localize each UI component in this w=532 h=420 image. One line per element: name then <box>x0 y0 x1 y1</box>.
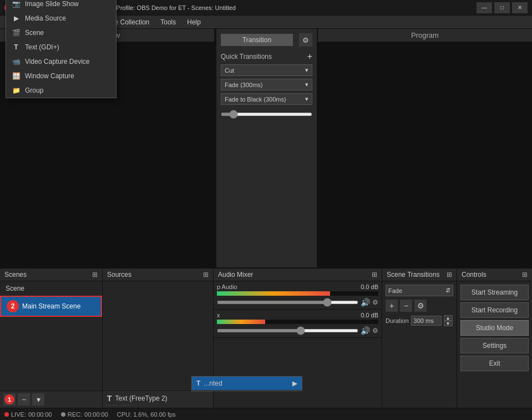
scenes-down-button[interactable]: ▾ <box>32 393 44 406</box>
window-capture-label: Window Capture <box>25 72 74 80</box>
menu-window-capture[interactable]: 🪟 Window Capture <box>6 69 116 83</box>
start-streaming-button[interactable]: Start Streaming <box>460 285 529 300</box>
settings-button[interactable]: Settings <box>460 338 529 353</box>
live-dot <box>4 412 9 417</box>
audio-mixer-panel-header: Audio Mixer ⊞ <box>214 269 382 281</box>
audio-channel-1-db: 0.0 dB <box>361 284 378 290</box>
rec-status: REC: 00:00:00 <box>61 411 108 418</box>
start-recording-button[interactable]: Start Recording <box>460 302 529 318</box>
minimize-button[interactable]: — <box>477 2 492 13</box>
audio-settings-2[interactable]: ⚙ <box>372 327 378 335</box>
sources-panel-icon[interactable]: ⊞ <box>203 271 209 279</box>
audio-mixer-panel-icon[interactable]: ⊞ <box>372 271 377 279</box>
menu-media-source[interactable]: ▶ Media Source <box>6 11 116 26</box>
transition-gear-button[interactable]: ⚙ <box>299 33 312 47</box>
video-capture-label: Video Capture Device <box>25 58 90 65</box>
audio-slider-1[interactable] <box>217 301 358 304</box>
rec-label: REC: <box>68 411 82 418</box>
bottom-panel: Scenes ⊞ Scene 2 Main Stream Scene 1 <box>0 267 532 408</box>
preview-canvas: 4 🎤 Audio Input Capture 🔊 Audio Output C… <box>0 42 214 267</box>
scenes-add-button[interactable]: 1 <box>3 393 16 406</box>
audio-controls-1: 🔊 ⚙ <box>217 298 378 307</box>
sources-list <box>103 281 213 391</box>
audio-mixer-title: Audio Mixer <box>218 271 253 279</box>
media-source-label: Media Source <box>25 14 66 22</box>
duration-input[interactable] <box>411 316 442 326</box>
audio-channel-2-db: 0.0 dB <box>361 312 378 318</box>
scene-transitions-buttons: + − ⚙ <box>386 300 453 312</box>
menu-text-gdi[interactable]: T Text (GDI+) <box>6 40 116 54</box>
menu-scene[interactable]: 🎬 Scene <box>6 26 116 40</box>
submenu-nted-item[interactable]: T ...nted ▶ <box>192 377 302 391</box>
transition-type-dropdown[interactable]: Fade ⇵ <box>386 285 453 296</box>
scene-item-main-stream-label: Main Stream Scene <box>22 302 80 310</box>
scenes-remove-button[interactable]: − <box>18 393 30 406</box>
audio-slider-2[interactable] <box>217 329 358 332</box>
controls-panel-icon[interactable]: ⊞ <box>522 271 528 279</box>
scenes-add-icon: 1 <box>4 394 14 404</box>
fade-black-dropdown[interactable]: Fade to Black (300ms) ▾ <box>221 93 312 105</box>
cut-label: Cut <box>225 67 234 74</box>
transition-column: Transition ⚙ Quick Transitions + Cut ▾ F… <box>215 29 318 267</box>
badge-1: 1 <box>4 394 14 404</box>
program-label: Program <box>318 29 532 42</box>
transition-type-label: Fade <box>388 287 402 294</box>
scene-transitions-add[interactable]: + <box>386 300 398 312</box>
maximize-button[interactable]: □ <box>494 2 510 13</box>
scene-transitions-settings[interactable]: ⚙ <box>414 300 427 312</box>
audio-channel-1-name: p Audio <box>217 284 237 290</box>
scene-transitions-panel: Scene Transitions ⊞ Fade ⇵ + − ⚙ <box>382 269 457 408</box>
scenes-panel-icon[interactable]: ⊞ <box>92 271 98 279</box>
studio-mode-button[interactable]: Studio Mode <box>460 320 529 336</box>
scenes-panel-header: Scenes ⊞ <box>0 269 102 281</box>
menu-group[interactable]: 📁 Group <box>6 83 116 98</box>
controls-panel-header: Controls ⊞ <box>457 269 532 281</box>
fade-dropdown[interactable]: Fade (300ms) ▾ <box>221 79 312 90</box>
menu-image-slide-show[interactable]: 📷 Image Slide Show <box>6 0 116 11</box>
submenu-nted-label: ...nted <box>204 379 222 387</box>
quick-transitions-add-button[interactable]: + <box>307 52 312 62</box>
scene-transitions-header: Scene Transitions ⊞ <box>382 269 457 281</box>
scene-item-main-stream[interactable]: 2 Main Stream Scene <box>0 296 102 317</box>
audio-channel-1-header: p Audio 0.0 dB <box>217 284 378 290</box>
menu-tools[interactable]: Tools <box>155 16 181 28</box>
media-source-icon: ▶ <box>12 14 21 23</box>
transition-slider[interactable] <box>221 113 312 116</box>
sources-panel-header: Sources ⊞ <box>103 269 213 281</box>
scene-list: Scene 2 Main Stream Scene <box>0 281 102 391</box>
audio-mute-2[interactable]: 🔊 <box>361 326 370 335</box>
image-slide-show-icon: 📷 <box>12 0 21 8</box>
scene-transitions-remove[interactable]: − <box>400 300 412 312</box>
controls-title: Controls <box>462 271 487 279</box>
sources-panel: Sources ⊞ 3 − T ... <box>103 269 214 408</box>
fade-black-label: Fade to Black (300ms) <box>225 96 286 103</box>
window-capture-icon: 🪟 <box>12 72 21 80</box>
audio-mute-1[interactable]: 🔊 <box>361 298 370 307</box>
audio-channel-2-header: x 0.0 dB <box>217 312 378 318</box>
scene-transitions-icon[interactable]: ⊞ <box>447 271 452 279</box>
audio-channel-2-name: x <box>217 312 220 318</box>
duration-down[interactable]: ▼ <box>444 321 453 326</box>
freetype-bar[interactable]: T Text (FreeType 2) <box>103 391 213 405</box>
exit-button[interactable]: Exit <box>460 356 529 371</box>
quick-transitions-row: Quick Transitions + <box>221 52 312 62</box>
scene-transitions-remove-icon: − <box>404 301 408 310</box>
transition-button[interactable]: Transition <box>221 34 293 46</box>
quick-transitions-label: Quick Transitions <box>221 53 272 60</box>
preview-area: Preview 4 🎤 Audio Input Capture 🔊 Audio … <box>0 29 532 267</box>
menu-help[interactable]: Help <box>181 16 206 28</box>
status-bar: LIVE: 00:00:00 REC: 00:00:00 CPU: 1.6%, … <box>0 408 532 420</box>
cut-dropdown[interactable]: Cut ▾ <box>221 64 312 76</box>
image-slide-show-label: Image Slide Show <box>25 0 79 8</box>
audio-channel-1: p Audio 0.0 dB 🔊 ⚙ <box>214 281 382 310</box>
submenu-arrow-icon: ▶ <box>292 379 297 387</box>
scene-item-scene[interactable]: Scene <box>0 281 102 296</box>
menu-video-capture[interactable]: 📹 Video Capture Device <box>6 54 116 69</box>
text-gdi-label: Text (GDI+) <box>25 43 59 51</box>
submenu-nted-icon: T <box>196 379 200 387</box>
freetype-label: Text (FreeType 2) <box>115 394 168 402</box>
audio-settings-1[interactable]: ⚙ <box>372 298 378 306</box>
scenes-down-icon: ▾ <box>37 395 40 404</box>
close-button[interactable]: ✕ <box>512 2 528 13</box>
duration-up[interactable]: ▲ <box>444 315 453 321</box>
